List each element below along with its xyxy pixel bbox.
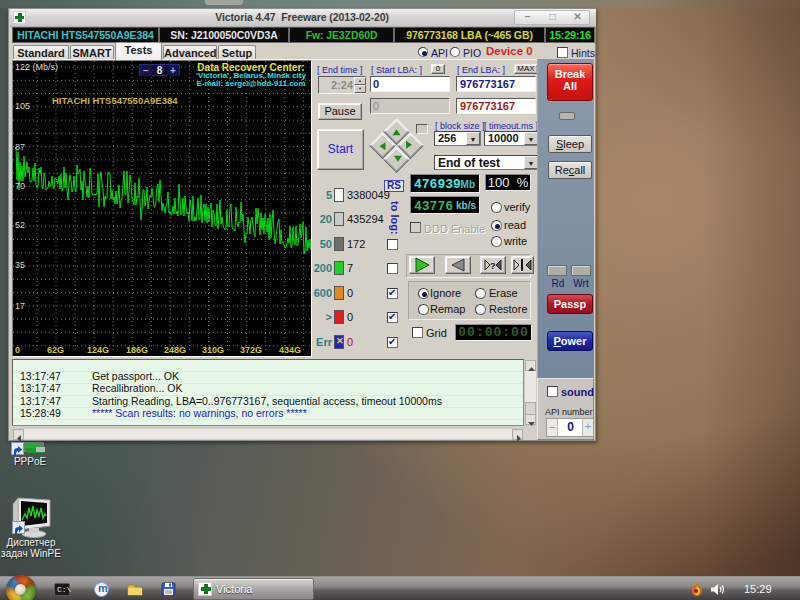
svg-text:?: ? [490, 261, 496, 271]
